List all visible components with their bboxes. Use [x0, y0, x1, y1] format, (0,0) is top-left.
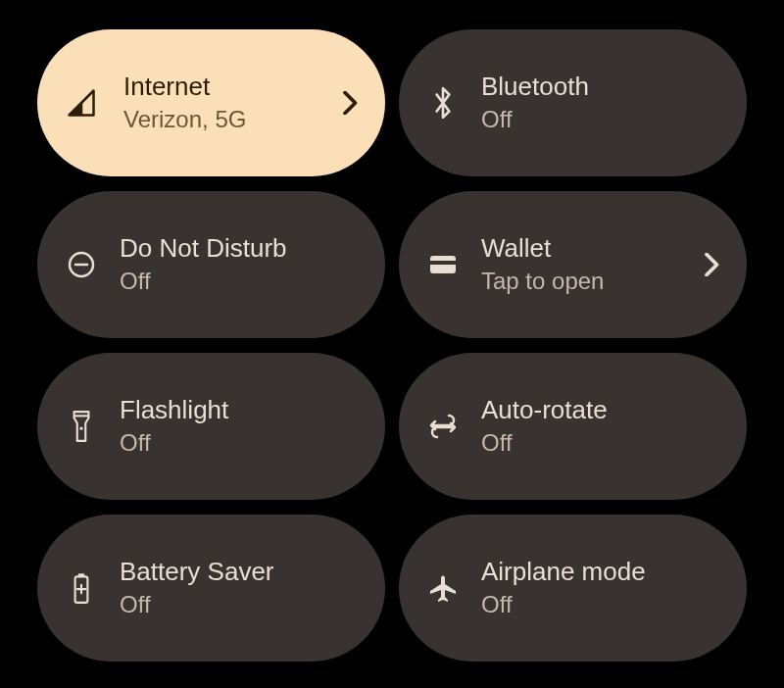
tile-title: Internet	[123, 72, 340, 102]
svg-rect-3	[430, 261, 456, 265]
tile-title: Bluetooth	[481, 72, 723, 102]
tile-text: Do Not Disturb Off	[120, 233, 362, 296]
tile-subtitle: Off	[481, 427, 723, 458]
tile-title: Flashlight	[120, 395, 362, 425]
quick-settings-grid: Internet Verizon, 5G Bluetooth Off	[37, 29, 747, 662]
tile-subtitle: Off	[120, 589, 362, 619]
svg-rect-7	[78, 573, 84, 576]
tile-title: Airplane mode	[481, 557, 723, 587]
tile-text: Bluetooth Off	[481, 72, 723, 134]
tile-subtitle: Verizon, 5G	[123, 104, 340, 134]
tile-subtitle: Tap to open	[481, 266, 702, 296]
signal-icon	[65, 86, 98, 120]
chevron-right-icon[interactable]	[340, 92, 362, 114]
airplane-icon	[426, 571, 460, 605]
flashlight-icon	[65, 410, 98, 443]
flashlight-tile[interactable]: Flashlight Off	[37, 353, 385, 500]
tile-subtitle: Off	[481, 589, 723, 619]
tile-text: Auto-rotate Off	[481, 395, 723, 458]
battery-saver-tile[interactable]: Battery Saver Off	[37, 515, 385, 662]
tile-text: Battery Saver Off	[120, 557, 362, 619]
do-not-disturb-tile[interactable]: Do Not Disturb Off	[37, 191, 385, 338]
do-not-disturb-icon	[65, 248, 98, 281]
auto-rotate-icon	[426, 410, 460, 443]
tile-text: Internet Verizon, 5G	[123, 72, 340, 134]
tile-text: Airplane mode Off	[481, 557, 723, 619]
tile-subtitle: Off	[120, 266, 362, 296]
tile-title: Wallet	[481, 233, 702, 264]
internet-tile[interactable]: Internet Verizon, 5G	[37, 29, 385, 176]
battery-saver-icon	[65, 571, 98, 605]
svg-point-5	[79, 427, 82, 430]
tile-text: Wallet Tap to open	[481, 233, 702, 296]
bluetooth-tile[interactable]: Bluetooth Off	[399, 29, 747, 176]
tile-title: Do Not Disturb	[120, 233, 362, 264]
tile-title: Auto-rotate	[481, 395, 723, 425]
auto-rotate-tile[interactable]: Auto-rotate Off	[399, 353, 747, 500]
tile-subtitle: Off	[481, 104, 723, 134]
tile-title: Battery Saver	[120, 557, 362, 587]
tile-subtitle: Off	[120, 427, 362, 458]
bluetooth-icon	[426, 86, 460, 120]
tile-text: Flashlight Off	[120, 395, 362, 458]
chevron-right-icon[interactable]	[702, 254, 723, 275]
wallet-icon	[426, 248, 460, 281]
airplane-mode-tile[interactable]: Airplane mode Off	[399, 515, 747, 662]
wallet-tile[interactable]: Wallet Tap to open	[399, 191, 747, 338]
